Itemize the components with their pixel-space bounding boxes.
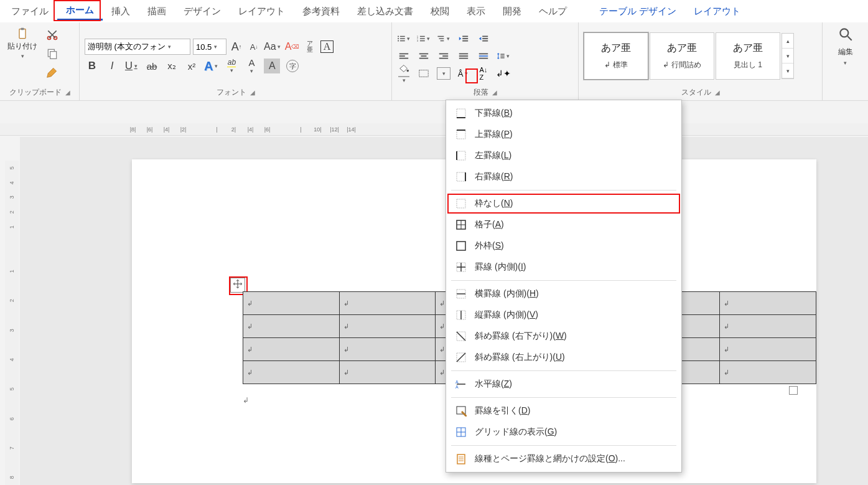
- clipboard-launcher[interactable]: ◢: [65, 89, 70, 96]
- italic-button[interactable]: I: [105, 59, 119, 73]
- line-spacing-button[interactable]: ▾: [497, 50, 510, 62]
- subscript-button[interactable]: x₂: [164, 59, 179, 73]
- style-gallery-expand[interactable]: ▾: [782, 64, 793, 78]
- superscript-button[interactable]: x²: [184, 59, 199, 73]
- border-top-icon: [455, 128, 467, 141]
- menu-item-bottom[interactable]: 下罫線(B): [446, 103, 681, 124]
- svg-rect-22: [462, 38, 468, 39]
- tab-mailings[interactable]: 差し込み文書: [348, 3, 422, 20]
- menu-item-box[interactable]: 外枠(S): [446, 235, 681, 257]
- menu-item-settings[interactable]: 線種とページ罫線と網かけの設定(O)...: [446, 448, 681, 469]
- cut-button[interactable]: [45, 29, 60, 44]
- table-resize-handle[interactable]: [789, 386, 798, 395]
- copy-button[interactable]: [45, 47, 60, 62]
- paragraph-mark: ↲: [243, 396, 249, 405]
- change-case-button[interactable]: Aa▾: [264, 39, 282, 54]
- border-inside-icon: [455, 261, 467, 273]
- menu-item-insidev[interactable]: 縦罫線 (内側)(V): [446, 304, 681, 326]
- menu-item-left[interactable]: 左罫線(L): [446, 145, 681, 166]
- borders-button[interactable]: [417, 67, 431, 80]
- font-size-combo[interactable]: 10.5▾: [193, 39, 226, 55]
- style-scroll-up[interactable]: ▴: [782, 34, 793, 49]
- font-color-button[interactable]: A▾: [244, 59, 259, 73]
- tab-layout[interactable]: レイアウト: [230, 3, 294, 20]
- grow-font-button[interactable]: A↑: [229, 39, 244, 54]
- bullets-button[interactable]: ▾: [397, 32, 411, 45]
- menu-item-diagdown[interactable]: 斜め罫線 (右下がり)(W): [446, 326, 681, 347]
- svg-point-45: [407, 70, 409, 72]
- tab-file[interactable]: ファイル: [2, 3, 57, 20]
- clear-formatting-button[interactable]: A⌫: [285, 39, 300, 54]
- align-center-button[interactable]: [417, 50, 431, 62]
- tab-draw[interactable]: 描画: [139, 3, 175, 20]
- sort-button[interactable]: A↓Z: [477, 67, 490, 80]
- borders-dropdown-button[interactable]: ▾: [437, 67, 450, 80]
- style-card-nospacing[interactable]: あア亜 ↲ 行間詰め: [650, 32, 714, 80]
- decrease-indent-button[interactable]: [457, 32, 470, 45]
- bold-button[interactable]: B: [85, 59, 100, 73]
- enclose-label: A: [320, 40, 334, 53]
- phonetic-guide-button[interactable]: ア亜: [302, 39, 317, 54]
- ruler-vertical[interactable]: 5432112345678: [5, 161, 19, 485]
- menu-item-right[interactable]: 右罫線(R): [446, 166, 681, 187]
- align-justify-button[interactable]: [457, 50, 470, 62]
- align-right-button[interactable]: [437, 50, 450, 62]
- menu-item-all[interactable]: 格子(A): [446, 214, 681, 235]
- font-launcher[interactable]: ◢: [250, 89, 255, 96]
- font-name-combo[interactable]: 游明朝 (本文のフォン▾: [85, 39, 190, 55]
- format-painter-button[interactable]: [45, 66, 60, 81]
- svg-rect-5: [50, 52, 57, 59]
- menu-item-gridlines[interactable]: グリッド線の表示(G): [446, 421, 681, 443]
- editing-label: 編集: [838, 47, 853, 57]
- multilevel-list-button[interactable]: ▾: [437, 32, 450, 45]
- increase-indent-button[interactable]: [477, 32, 490, 45]
- tab-home[interactable]: ホーム: [57, 2, 103, 21]
- menu-item-hline[interactable]: AA水平線(Z): [446, 374, 681, 395]
- enclose-character-button[interactable]: 字: [285, 59, 300, 73]
- menu-item-none[interactable]: 枠なし(N): [446, 193, 681, 214]
- strikethrough-button[interactable]: ab: [144, 59, 159, 73]
- tab-help[interactable]: ヘルプ: [530, 3, 576, 20]
- menu-item-inside[interactable]: 罫線 (内側)(I): [446, 257, 681, 278]
- tab-table-design[interactable]: テーブル デザイン: [590, 3, 685, 20]
- style-scroll-down[interactable]: ▾: [782, 49, 793, 64]
- table-move-handle[interactable]: [230, 278, 245, 293]
- paste-button[interactable]: 貼り付け ▾: [5, 26, 40, 60]
- menu-item-insideh[interactable]: 横罫線 (内側)(H): [446, 283, 681, 304]
- tab-view[interactable]: 表示: [458, 3, 494, 20]
- ruler-horizontal[interactable]: |8||6||4||2||2||4||6||10||12||14||34||36…: [0, 123, 868, 136]
- svg-rect-46: [419, 70, 428, 77]
- find-icon[interactable]: [838, 26, 854, 44]
- numbering-button[interactable]: 123▾: [417, 32, 431, 45]
- tab-table-layout[interactable]: レイアウト: [685, 3, 749, 20]
- menu-item-diagup[interactable]: 斜め罫線 (右上がり)(U): [446, 347, 681, 368]
- tab-review[interactable]: 校閲: [422, 3, 458, 20]
- text-effects-button[interactable]: A▾: [204, 59, 219, 73]
- shrink-font-button[interactable]: A↓: [246, 39, 261, 54]
- styles-launcher[interactable]: ◢: [715, 89, 720, 96]
- tab-insert[interactable]: 挿入: [103, 3, 139, 20]
- show-marks-button[interactable]: ↲✦: [497, 67, 510, 80]
- enclose-characters-button[interactable]: A: [320, 39, 335, 54]
- align-left-button[interactable]: [397, 50, 411, 62]
- document-area[interactable]: ↲↲↲↲ ↲↲↲↲ ↲↲↲↲ ↲↲↲↲ ↲: [20, 137, 868, 485]
- distributed-button[interactable]: [477, 50, 490, 62]
- character-shading-button[interactable]: A: [264, 59, 280, 73]
- chevron-down-icon[interactable]: ▾: [842, 60, 849, 66]
- style-sample: あア亜: [601, 42, 631, 55]
- highlight-color-button[interactable]: ab▾: [224, 59, 239, 73]
- svg-rect-9: [400, 38, 405, 39]
- tab-developer[interactable]: 開発: [494, 3, 530, 20]
- text-direction-button[interactable]: Â▾: [457, 67, 470, 80]
- style-card-normal[interactable]: あア亜 ↲ 標準: [584, 32, 648, 80]
- underline-button[interactable]: U▾: [124, 59, 139, 73]
- paragraph-launcher[interactable]: ◢: [492, 89, 497, 96]
- font-name-value: 游明朝 (本文のフォン: [88, 41, 166, 52]
- tab-references[interactable]: 参考資料: [294, 3, 348, 20]
- menu-item-top[interactable]: 上罫線(P): [446, 124, 681, 145]
- tab-design[interactable]: デザイン: [175, 3, 230, 20]
- shading-button[interactable]: ▾: [397, 67, 411, 80]
- svg-rect-18: [437, 36, 444, 37]
- menu-item-drawtable[interactable]: 罫線を引く(D): [446, 400, 681, 421]
- style-card-heading1[interactable]: あア亜 見出し 1: [716, 32, 780, 80]
